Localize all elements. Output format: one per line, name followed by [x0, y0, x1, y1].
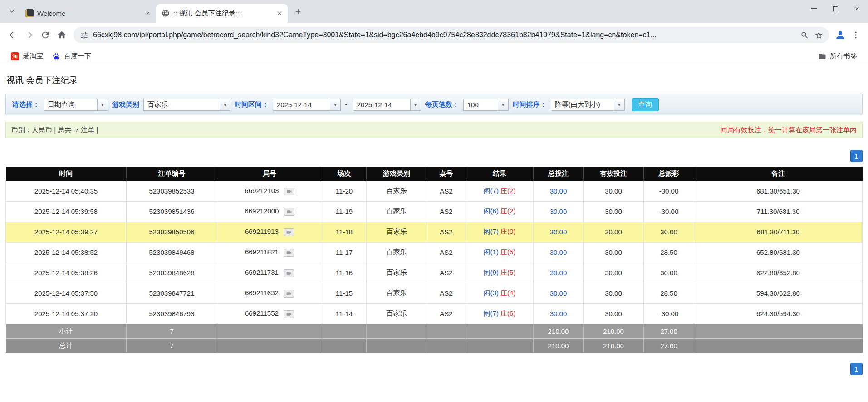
cell-total-bet[interactable]: 30.00 — [534, 303, 584, 324]
tab-search-button[interactable] — [5, 4, 19, 19]
minimize-button[interactable] — [803, 0, 824, 17]
total-bet-link[interactable]: 30.00 — [550, 208, 567, 215]
footer-cell: 210.00 — [534, 338, 584, 353]
date-from-picker[interactable]: 2025-12-14 ▼ — [273, 99, 341, 111]
cell-table-no: AS2 — [427, 222, 466, 242]
search-button[interactable]: 查询 — [632, 98, 659, 111]
bet-records-table: 时间注单编号局号场次游戏类别桌号结果总投注有效投注总派彩备注 2025-12-1… — [5, 167, 863, 353]
footer-cell — [367, 338, 427, 353]
zoom-icon[interactable] — [799, 30, 809, 40]
folder-icon — [818, 52, 826, 60]
total-bet-link[interactable]: 30.00 — [550, 248, 567, 256]
query-type-label: 请选择： — [12, 100, 39, 109]
close-window-button[interactable] — [846, 0, 868, 17]
column-header: 注单编号 — [127, 167, 217, 181]
reload-button[interactable] — [37, 27, 54, 43]
footer-cell: 7 — [127, 324, 217, 338]
site-info-icon[interactable] — [79, 30, 89, 40]
sort-order-select[interactable]: 降幂(由大到小) ▼ — [551, 99, 625, 111]
table-footer: 小计7210.00210.0027.00总计7210.00210.0027.00 — [6, 324, 863, 353]
cell-note: 652.80/681.30 — [694, 242, 863, 263]
cell-result: 闲(1) 庄(5) — [466, 242, 534, 263]
video-icon[interactable] — [284, 188, 294, 195]
browser-menu-button[interactable] — [848, 27, 863, 43]
result-banker: 庄(2) — [500, 187, 515, 194]
total-bet-link[interactable]: 30.00 — [550, 228, 567, 236]
profile-avatar[interactable] — [833, 27, 848, 43]
footer-cell — [322, 324, 367, 338]
video-icon[interactable] — [284, 290, 294, 298]
result-banker: 庄(6) — [500, 309, 515, 317]
cell-round-id: 669211731 — [217, 263, 322, 283]
page-title: 视讯 会员下注纪录 — [6, 74, 863, 86]
back-button[interactable] — [5, 27, 21, 43]
bookmark-aitaobao[interactable]: 淘 爱淘宝 — [6, 50, 48, 63]
chevron-down-icon[interactable]: ▼ — [498, 99, 508, 110]
date-range-label: 时间区间： — [235, 100, 269, 109]
total-bet-link[interactable]: 30.00 — [550, 269, 567, 277]
cell-round-id: 669212000 — [217, 201, 322, 222]
cell-total-bet[interactable]: 30.00 — [534, 263, 584, 283]
bookmark-label: 百度一下 — [64, 52, 91, 60]
cell-total-bet[interactable]: 30.00 — [534, 201, 584, 222]
chevron-down-icon[interactable]: ▼ — [330, 99, 340, 110]
game-type-label: 游戏类别 — [112, 100, 139, 109]
cell-table-no: AS2 — [427, 242, 466, 263]
tab-close-icon[interactable] — [275, 9, 284, 18]
home-icon — [57, 30, 67, 40]
total-bet-link[interactable]: 30.00 — [550, 310, 567, 318]
back-arrow-icon — [8, 30, 18, 40]
cell-total-bet[interactable]: 30.00 — [534, 242, 584, 263]
tab-close-icon[interactable] — [143, 9, 152, 18]
page-1-button[interactable]: 1 — [850, 150, 863, 162]
video-icon[interactable] — [284, 208, 294, 216]
footer-cell: 27.00 — [644, 324, 694, 338]
round-id: 669211552 — [245, 309, 279, 317]
tab-bet-record[interactable]: :::视讯 会员下注纪录::: — [156, 4, 288, 23]
tab-welcome[interactable]: Welcome — [20, 4, 156, 23]
chevron-down-icon[interactable]: ▼ — [614, 99, 624, 110]
cell-session: 11-20 — [322, 181, 367, 201]
video-icon[interactable] — [284, 310, 294, 318]
page-1-button[interactable]: 1 — [850, 363, 863, 375]
home-button[interactable] — [54, 27, 70, 43]
query-type-select[interactable]: 日期查询 ▼ — [44, 99, 108, 111]
new-tab-button[interactable] — [291, 5, 305, 18]
cell-table-no: AS2 — [427, 303, 466, 324]
video-icon[interactable] — [284, 228, 294, 236]
cell-payout: -30.00 — [644, 303, 694, 324]
sort-order-label: 时间排序： — [513, 100, 547, 109]
cell-valid-bet: 30.00 — [584, 263, 644, 283]
video-icon[interactable] — [284, 269, 294, 277]
cell-session: 11-17 — [322, 242, 367, 263]
video-icon[interactable] — [284, 249, 294, 257]
baidu-paw-icon — [52, 52, 60, 60]
address-bar[interactable]: 66cxkj98.com/ipl/portal.php/game/betreco… — [74, 27, 829, 43]
all-bookmarks-button[interactable]: 所有书签 — [814, 50, 862, 63]
cell-valid-bet: 30.00 — [584, 222, 644, 242]
url-text[interactable]: 66cxkj98.com/ipl/portal.php/game/betreco… — [93, 31, 795, 39]
game-type-select[interactable]: 百家乐 ▼ — [143, 99, 230, 111]
cell-total-bet[interactable]: 30.00 — [534, 222, 584, 242]
cell-game-type: 百家乐 — [367, 242, 427, 263]
date-to-picker[interactable]: 2025-12-14 ▼ — [353, 99, 421, 111]
tab-title: :::视讯 会员下注纪录::: — [173, 9, 271, 18]
browser-toolbar: 66cxkj98.com/ipl/portal.php/game/betreco… — [0, 23, 868, 47]
chevron-down-icon[interactable]: ▼ — [97, 99, 108, 110]
chevron-down-icon[interactable]: ▼ — [220, 99, 230, 110]
forward-button[interactable] — [21, 27, 37, 43]
table-row: 2025-12-14 05:37:50523039847721669211632… — [6, 283, 863, 303]
maximize-button[interactable] — [824, 0, 846, 17]
page-size-select[interactable]: 100 ▼ — [463, 99, 509, 111]
cell-note: 622.80/652.80 — [694, 263, 863, 283]
bookmark-star-icon[interactable] — [814, 30, 824, 40]
grand-total-row: 总计7210.00210.0027.00 — [6, 338, 863, 353]
cell-total-bet[interactable]: 30.00 — [534, 181, 584, 201]
chevron-down-icon[interactable]: ▼ — [410, 99, 421, 110]
total-bet-link[interactable]: 30.00 — [550, 289, 567, 297]
bookmark-baidu[interactable]: 百度一下 — [48, 50, 96, 63]
cell-total-bet[interactable]: 30.00 — [534, 283, 584, 303]
date-to-value: 2025-12-14 — [353, 99, 410, 110]
column-header: 总投注 — [534, 167, 584, 181]
total-bet-link[interactable]: 30.00 — [550, 187, 567, 195]
